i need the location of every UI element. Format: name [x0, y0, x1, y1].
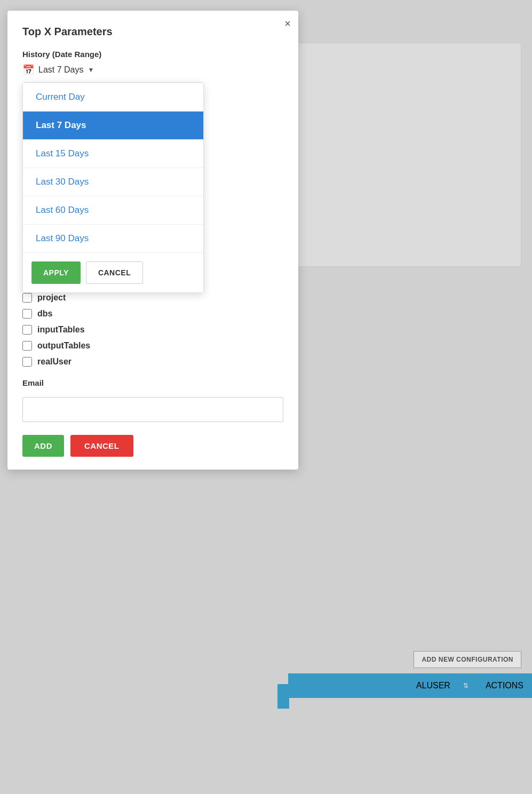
date-range-selected: Last 7 Days — [38, 65, 83, 75]
tag-inputtables-checkbox[interactable] — [22, 325, 32, 335]
date-range-dropdown: Current Day Last 7 Days Last 15 Days Las… — [22, 82, 204, 293]
tag-inputtables-label: inputTables — [37, 325, 85, 335]
email-input[interactable] — [22, 397, 283, 422]
date-range-wrapper: 📅 Last 7 Days ▼ Current Day Last 7 Days … — [22, 64, 283, 76]
dropdown-option-last-90-days[interactable]: Last 90 Days — [23, 225, 203, 253]
tag-project-row: project — [22, 293, 283, 303]
dropdown-option-last-60-days[interactable]: Last 60 Days — [23, 196, 203, 225]
tag-inputtables-row: inputTables — [22, 325, 283, 335]
calendar-icon: 📅 — [22, 64, 34, 76]
cancel-button[interactable]: CANCEL — [70, 435, 133, 457]
tag-realuser-checkbox[interactable] — [22, 357, 32, 367]
tag-project-checkbox[interactable] — [22, 293, 32, 303]
dropdown-option-current-day[interactable]: Current Day — [23, 83, 203, 112]
modal-title: Top X Parameters — [22, 26, 283, 38]
tag-dbs-checkbox[interactable] — [22, 309, 32, 319]
tag-realuser-row: realUser — [22, 357, 283, 367]
history-label: History (Date Range) — [22, 50, 283, 59]
add-button[interactable]: ADD — [22, 435, 64, 457]
dropdown-cancel-button[interactable]: CANCEL — [86, 261, 143, 284]
tag-realuser-label: realUser — [37, 357, 72, 367]
tag-project-label: project — [37, 293, 66, 303]
bottom-actions: ADD CANCEL — [22, 435, 283, 457]
tag-outputtables-row: outputTables — [22, 341, 283, 351]
tag-outputtables-label: outputTables — [37, 341, 90, 351]
tag-dbs-label: dbs — [37, 309, 52, 319]
tag-outputtables-checkbox[interactable] — [22, 341, 32, 351]
apply-button[interactable]: APPLY — [31, 261, 81, 284]
date-range-trigger[interactable]: 📅 Last 7 Days ▼ — [22, 64, 283, 76]
dropdown-option-last-7-days[interactable]: Last 7 Days — [23, 112, 203, 140]
email-section: Email — [22, 378, 283, 422]
dropdown-actions: APPLY CANCEL — [23, 253, 203, 292]
modal-panel: × Top X Parameters History (Date Range) … — [7, 11, 298, 470]
dropdown-arrow-icon: ▼ — [88, 66, 94, 74]
dropdown-option-last-15-days[interactable]: Last 15 Days — [23, 140, 203, 168]
tag-dbs-row: dbs — [22, 309, 283, 319]
email-label: Email — [22, 378, 283, 387]
dropdown-option-last-30-days[interactable]: Last 30 Days — [23, 168, 203, 196]
close-button[interactable]: × — [284, 18, 291, 29]
